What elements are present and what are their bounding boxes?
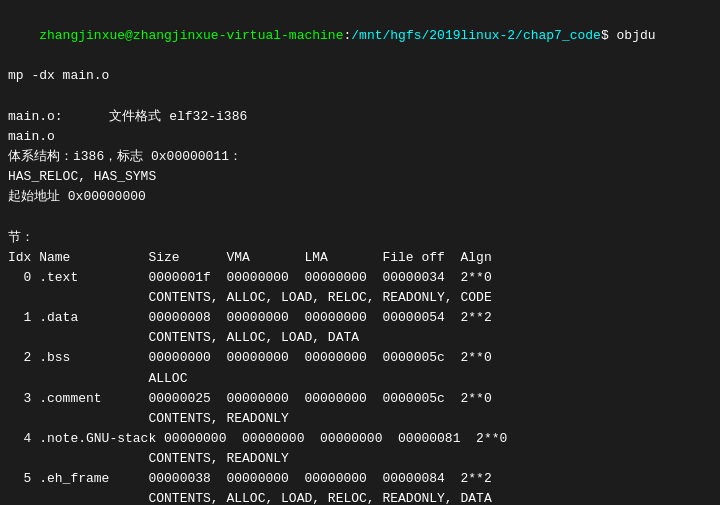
section-flags-1: CONTENTS, ALLOC, LOAD, DATA <box>8 328 712 348</box>
section-flags-0: CONTENTS, ALLOC, LOAD, RELOC, READONLY, … <box>8 288 712 308</box>
prompt-dollar: $ <box>601 28 609 43</box>
prompt-path: /mnt/hgfs/2019linux-2/chap7_code <box>351 28 601 43</box>
terminal-window: zhangjinxue@zhangjinxue-virtual-machine:… <box>0 0 720 505</box>
prompt-user: zhangjinxue@zhangjinxue-virtual-machine <box>39 28 343 43</box>
main-o-line: main.o <box>8 127 712 147</box>
command-line-2: mp -dx main.o <box>8 66 712 86</box>
file-format-line: main.o: 文件格式 elf32-i386 <box>8 107 712 127</box>
section-flags-2: ALLOC <box>8 369 712 389</box>
section-flags-4: CONTENTS, READONLY <box>8 449 712 469</box>
flags-line: HAS_RELOC, HAS_SYMS <box>8 167 712 187</box>
blank-2 <box>8 207 712 227</box>
prompt-line: zhangjinxue@zhangjinxue-virtual-machine:… <box>8 6 712 66</box>
blank-1 <box>8 87 712 107</box>
table-header: Idx Name Size VMA LMA File off Algn <box>8 248 712 268</box>
arch-line: 体系结构：i386，标志 0x00000011： <box>8 147 712 167</box>
section-flags-3: CONTENTS, READONLY <box>8 409 712 429</box>
section-label: 节： <box>8 228 712 248</box>
command-text: objdu <box>609 28 656 43</box>
section-note-4: 4 .note.GNU-stack 00000000 00000000 0000… <box>8 429 712 449</box>
section-data-1: 1 .data 00000008 00000000 00000000 00000… <box>8 308 712 328</box>
section-flags-5: CONTENTS, ALLOC, LOAD, RELOC, READONLY, … <box>8 489 712 505</box>
section-bss-2: 2 .bss 00000000 00000000 00000000 000000… <box>8 348 712 368</box>
section-comment-3: 3 .comment 00000025 00000000 00000000 00… <box>8 389 712 409</box>
start-addr-line: 起始地址 0x00000000 <box>8 187 712 207</box>
section-text-0: 0 .text 0000001f 00000000 00000000 00000… <box>8 268 712 288</box>
section-ehframe-5: 5 .eh_frame 00000038 00000000 00000000 0… <box>8 469 712 489</box>
